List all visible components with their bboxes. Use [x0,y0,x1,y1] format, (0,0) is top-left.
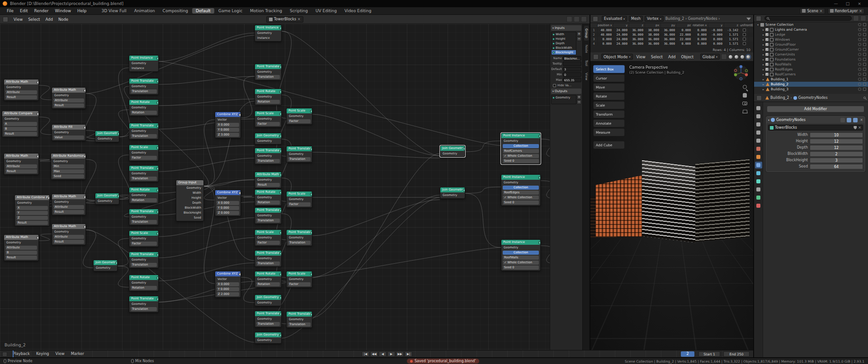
node-attribute-math[interactable]: Attribute MathGeometryAttributeResult [52,194,86,215]
node-point-rotate[interactable]: Point RotateGeometryRotation [129,99,159,116]
properties-tab-render[interactable] [755,113,762,120]
hide-in-viewport-icon[interactable] [858,48,861,51]
disclosure-icon[interactable]: ▸ [761,43,765,46]
timeline-menu-keying[interactable]: Keying [33,351,52,356]
field-min[interactable]: 0 [563,72,581,77]
node-point-translate[interactable]: Point TranslateGeometryTranslation [129,252,159,268]
node-point-translate[interactable]: Point TranslateGeometryTranslation [286,229,312,246]
edit-mode-toggle-icon[interactable] [840,118,845,122]
disclosure-icon[interactable]: ▾ [756,23,760,26]
timeline-menu-view[interactable]: View [53,351,67,356]
boolean-checkbox[interactable] [743,28,746,32]
transport-button-2[interactable]: ◀ [379,351,387,357]
disable-in-render-icon[interactable] [863,73,866,76]
tool-move[interactable]: Move [593,83,625,91]
tool-cursor[interactable]: Cursor [593,74,625,82]
sidebar-tab-tool[interactable]: Tool [584,57,589,69]
workspace-tab-motion-tracking[interactable]: Motion Tracking [246,8,286,14]
frame-start-field[interactable]: Start 1 [698,351,720,357]
snap-magnet-icon[interactable] [721,54,727,60]
menubar-menu-help[interactable]: Help [74,8,90,14]
modifier-field-width[interactable]: 10 [810,132,863,138]
render-layer-selector[interactable]: RenderLayer × [828,8,865,14]
node-point-translate[interactable]: Point TranslateGeometryTranslation [129,209,159,225]
disclosure-icon[interactable]: ▸ [761,78,765,81]
modifier-field-depth[interactable]: 12 [810,145,863,150]
group-input-item-blockwidth[interactable]: BlockWidth [552,46,576,50]
boolean-checkbox[interactable] [743,33,746,36]
outliner-row-lights-and-camera[interactable]: ▸Lights and Camera [754,27,868,32]
collection-checkbox-icon[interactable] [765,58,769,61]
outliner-row-roofcorners[interactable]: ▸RoofCorners [754,72,868,77]
disclosure-icon[interactable]: ▸ [761,88,765,91]
hide-in-viewport-icon[interactable] [858,83,861,86]
modifier-field-height[interactable]: 12 [810,139,863,144]
outliner-row-building-1[interactable]: ▸Building_1 [754,77,868,82]
node-point-rotate[interactable]: Point RotateGeometryRotation [255,189,282,206]
sidebar-tab-node[interactable]: Node [584,42,589,56]
node-tree-unlink-icon[interactable]: × [297,17,301,21]
properties-tab-object-data[interactable] [755,194,762,201]
node-point-instance[interactable]: Point InstanceGeometryCollectionRoofCorn… [501,133,541,164]
node-point-translate[interactable]: Point TranslateGeometryTranslation [129,165,159,182]
outliner-row-scene-collection[interactable]: ▾Scene Collection [754,22,868,27]
properties-tab-constraints[interactable] [755,186,762,193]
viewport-menu-add[interactable]: Add [665,54,678,60]
collection-checkbox-icon[interactable] [765,33,769,36]
node-point-rotate[interactable]: Point RotateGeometryRotation [129,275,159,291]
modifier-field-blockwidth[interactable]: 2 [810,151,863,157]
navigation-gizmo[interactable] [732,64,750,81]
shading-solid-icon[interactable] [734,55,739,59]
search-icon[interactable] [863,97,866,99]
node-join-geometry[interactable]: Join GeometryGeometry [440,145,465,157]
node-point-scale[interactable]: Point ScaleGeometryFactor [255,111,282,127]
disable-in-render-icon[interactable] [863,48,866,51]
properties-tab-modifiers[interactable] [755,162,762,168]
properties-tab-material[interactable] [755,202,762,209]
hide-in-viewport-icon[interactable] [858,63,861,66]
maximize-button[interactable]: □ [842,1,854,6]
modifier-field-blockheight[interactable]: 3 [810,158,863,163]
field-name[interactable]: BlockHei... [563,56,581,61]
hide-in-viewport-icon[interactable] [858,78,861,81]
outputs-panel-header[interactable]: ▾Outputs [551,89,581,94]
hide-in-viewport-icon[interactable] [858,58,861,61]
node-attribute-math[interactable]: Attribute MathGeometryAttributeResult [52,87,86,109]
node-editor-menu-select[interactable]: Select [25,17,42,22]
node-point-translate[interactable]: Point TranslateGeometryTranslation [286,311,312,328]
workspace-tab-uv-editing[interactable]: UV Editing [312,8,340,14]
collection-checkbox-icon[interactable] [765,38,769,41]
editor-type-icon[interactable] [2,352,7,357]
menubar-menu-edit[interactable]: Edit [17,8,31,14]
node-point-scale[interactable]: Point ScaleGeometryFactor [129,145,159,161]
disable-in-render-icon[interactable] [863,58,866,61]
workspace-tab-animation[interactable]: Animation [131,8,159,14]
remove-output-button[interactable]: − [577,100,581,104]
current-frame-field[interactable]: 2 [681,351,694,357]
node-canvas[interactable]: Building_2 Attribute MathGeometryAttribu… [0,24,590,350]
node-point-translate[interactable]: Point TranslateGeometryTranslation [129,123,159,140]
shading-material-icon[interactable] [740,55,745,59]
node-editor-menu-view[interactable]: View [11,17,25,22]
tool-measure[interactable]: Measure [593,128,625,136]
node-point-translate[interactable]: Point TranslateGeometryTranslation [255,148,282,164]
node-point-scale[interactable]: Point ScaleGeometryFactor [286,191,312,208]
add-output-button[interactable]: + [577,95,581,99]
node-point-scale[interactable]: Point ScaleGeometryFactor [286,271,312,288]
node-join-geometry[interactable]: Join GeometryGeometry [255,332,282,344]
timeline-menu-marker[interactable]: Marker [68,351,87,356]
node-point-translate[interactable]: Point TranslateGeometryTranslation [255,250,282,267]
disclosure-icon[interactable]: ▸ [761,73,765,76]
properties-tab-view-layer[interactable] [755,129,762,136]
modifier-field-seed[interactable]: 64 [810,164,863,169]
field-default[interactable]: 3 [563,67,581,71]
tool-transform[interactable]: Transform [593,110,625,118]
menubar-menu-window[interactable]: Window [52,8,75,14]
node-point-translate[interactable]: Point TranslateGeometryTranslation [255,311,282,327]
transport-button-0[interactable]: |◀ [362,351,369,357]
editor-type-icon[interactable] [756,16,761,21]
hide-in-viewport-icon[interactable] [858,68,861,71]
snapping-icon[interactable] [566,16,572,22]
properties-tab-world[interactable] [755,145,762,152]
disable-in-render-icon[interactable] [863,43,866,46]
